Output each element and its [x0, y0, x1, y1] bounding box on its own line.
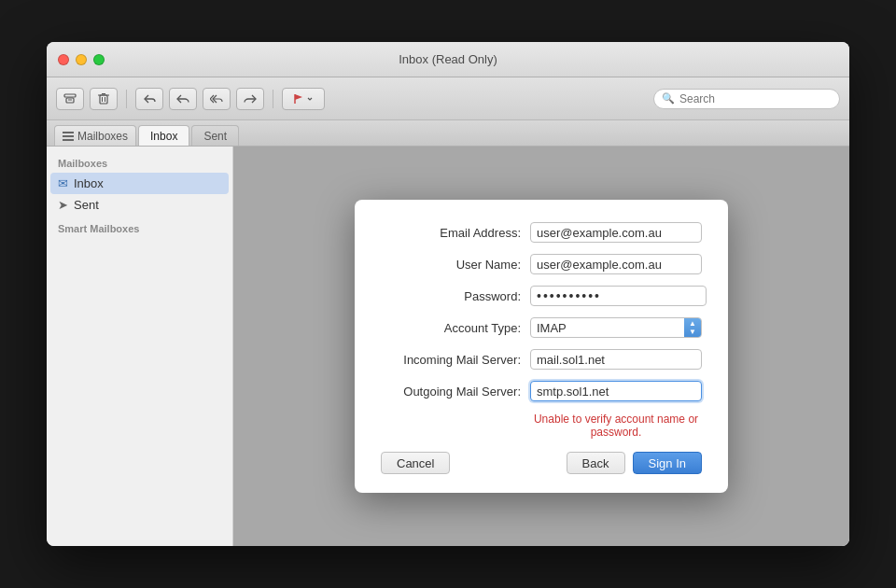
tab-inbox-label: Inbox	[150, 130, 177, 143]
maximize-button[interactable]	[93, 54, 105, 65]
svg-rect-0	[64, 94, 76, 97]
cancel-button[interactable]: Cancel	[381, 452, 450, 474]
dialog-right-buttons: Back Sign In	[567, 452, 702, 474]
close-button[interactable]	[58, 54, 69, 65]
mailboxes-toggle-button[interactable]: Mailboxes	[54, 125, 136, 146]
incoming-server-row: Incoming Mail Server:	[381, 349, 702, 370]
incoming-server-input[interactable]	[530, 349, 702, 370]
tabbar: Mailboxes Inbox Sent	[47, 120, 849, 147]
archive-button[interactable]	[56, 88, 84, 110]
forward-button[interactable]	[236, 88, 264, 110]
inbox-icon: ✉	[58, 176, 68, 190]
search-icon: 🔍	[662, 92, 675, 105]
username-label: User Name:	[381, 258, 530, 272]
reply-back-button[interactable]	[135, 88, 163, 110]
svg-rect-10	[63, 139, 74, 141]
incoming-server-label: Incoming Mail Server:	[381, 353, 530, 367]
mailboxes-label: Mailboxes	[77, 130, 128, 143]
toolbar-separator-2	[273, 90, 273, 108]
outgoing-server-row: Outgoing Mail Server:	[381, 381, 702, 401]
right-content: No Message Selected Email Address: User …	[233, 147, 849, 546]
reply-button[interactable]	[169, 88, 197, 110]
sidebar-item-sent[interactable]: ➤ Sent	[47, 194, 232, 216]
username-row: User Name:	[381, 254, 702, 274]
reply-all-button[interactable]	[203, 88, 231, 110]
email-label: Email Address:	[381, 226, 530, 240]
tab-sent[interactable]: Sent	[191, 125, 239, 146]
search-input[interactable]	[679, 92, 832, 105]
password-row: Password:	[381, 286, 702, 306]
account-type-row: Account Type: IMAP POP ▲ ▼	[381, 317, 702, 338]
toolbar-separator-1	[126, 90, 127, 108]
error-message: Unable to verify account name or passwor…	[530, 413, 702, 439]
account-type-wrapper: IMAP POP ▲ ▼	[530, 317, 702, 338]
outgoing-server-label: Outgoing Mail Server:	[381, 385, 530, 399]
back-button[interactable]: Back	[567, 452, 625, 474]
modal-overlay: Email Address: User Name: Password:	[233, 147, 849, 546]
password-label: Password:	[381, 289, 530, 303]
svg-rect-9	[63, 135, 74, 137]
sent-icon: ➤	[58, 198, 68, 212]
email-row: Email Address:	[381, 222, 702, 243]
trash-button[interactable]	[90, 88, 118, 110]
svg-rect-8	[63, 132, 74, 133]
dialog-buttons: Cancel Back Sign In	[381, 452, 702, 474]
window-title: Inbox (Read Only)	[399, 52, 497, 66]
sidebar-item-inbox-label: Inbox	[74, 176, 104, 190]
account-type-label: Account Type:	[381, 321, 530, 335]
tab-sent-label: Sent	[203, 130, 227, 143]
outgoing-server-input[interactable]	[530, 381, 702, 401]
email-input[interactable]	[530, 222, 702, 243]
sidebar-section-header: Mailboxes	[47, 154, 232, 173]
username-input[interactable]	[530, 254, 702, 274]
main-content: Mailboxes ✉ Inbox ➤ Sent Smart Mailboxes…	[47, 147, 849, 546]
account-dialog: Email Address: User Name: Password:	[355, 200, 728, 493]
smart-mailboxes-header: Smart Mailboxes	[47, 216, 232, 238]
traffic-lights	[58, 54, 105, 65]
titlebar: Inbox (Read Only)	[47, 42, 849, 77]
mail-window: Inbox (Read Only)	[47, 42, 849, 546]
signin-button[interactable]: Sign In	[633, 452, 702, 474]
minimize-button[interactable]	[76, 54, 87, 65]
flag-button[interactable]	[282, 88, 325, 110]
password-input[interactable]	[530, 286, 707, 306]
sidebar-item-inbox[interactable]: ✉ Inbox	[50, 173, 229, 194]
search-box[interactable]: 🔍	[653, 89, 840, 109]
sidebar-item-sent-label: Sent	[74, 198, 99, 212]
tab-inbox[interactable]: Inbox	[138, 125, 189, 146]
svg-rect-3	[100, 95, 107, 104]
account-type-select[interactable]: IMAP POP	[530, 317, 702, 338]
toolbar: 🔍	[47, 77, 849, 120]
sidebar: Mailboxes ✉ Inbox ➤ Sent Smart Mailboxes	[47, 147, 233, 546]
